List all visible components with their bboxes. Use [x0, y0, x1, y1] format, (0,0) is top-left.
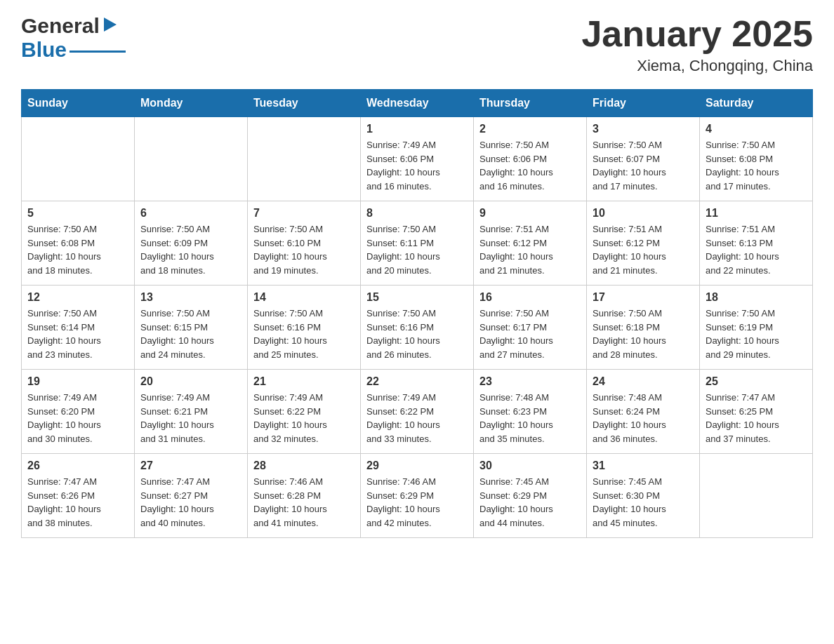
day-info: Sunrise: 7:49 AM Sunset: 6:06 PM Dayligh…	[366, 138, 468, 193]
day-number: 27	[140, 459, 241, 472]
table-row: 29Sunrise: 7:46 AM Sunset: 6:29 PM Dayli…	[361, 454, 474, 538]
day-info: Sunrise: 7:49 AM Sunset: 6:21 PM Dayligh…	[140, 391, 241, 445]
day-number: 23	[479, 375, 581, 388]
day-info: Sunrise: 7:51 AM Sunset: 6:13 PM Dayligh…	[706, 222, 807, 277]
table-row: 10Sunrise: 7:51 AM Sunset: 6:12 PM Dayli…	[587, 201, 700, 286]
day-number: 19	[27, 375, 128, 388]
day-number: 6	[140, 207, 241, 220]
table-row: 25Sunrise: 7:47 AM Sunset: 6:25 PM Dayli…	[700, 370, 813, 454]
day-number: 8	[366, 207, 468, 220]
table-row: 15Sunrise: 7:50 AM Sunset: 6:16 PM Dayli…	[361, 286, 474, 370]
day-number: 28	[253, 459, 355, 472]
logo-blue-text: Blue	[21, 38, 67, 62]
day-number: 13	[140, 291, 241, 304]
day-number: 7	[253, 207, 355, 220]
day-number: 18	[706, 291, 807, 304]
day-info: Sunrise: 7:50 AM Sunset: 6:18 PM Dayligh…	[593, 307, 694, 361]
table-row: 22Sunrise: 7:49 AM Sunset: 6:22 PM Dayli…	[361, 370, 474, 454]
title-block: January 2025 Xiema, Chongqing, China	[581, 14, 813, 75]
day-info: Sunrise: 7:50 AM Sunset: 6:16 PM Dayligh…	[253, 307, 355, 361]
logo-general-text: General	[21, 14, 100, 38]
table-row: 5Sunrise: 7:50 AM Sunset: 6:08 PM Daylig…	[22, 201, 135, 286]
table-row: 20Sunrise: 7:49 AM Sunset: 6:21 PM Dayli…	[135, 370, 248, 454]
day-number: 29	[366, 459, 468, 472]
day-info: Sunrise: 7:50 AM Sunset: 6:11 PM Dayligh…	[366, 222, 468, 277]
day-info: Sunrise: 7:51 AM Sunset: 6:12 PM Dayligh…	[479, 222, 581, 277]
table-row: 12Sunrise: 7:50 AM Sunset: 6:14 PM Dayli…	[22, 286, 135, 370]
col-friday: Friday	[587, 90, 700, 117]
day-info: Sunrise: 7:47 AM Sunset: 6:27 PM Dayligh…	[140, 475, 241, 530]
svg-marker-0	[104, 18, 117, 32]
table-row: 3Sunrise: 7:50 AM Sunset: 6:07 PM Daylig…	[587, 117, 700, 201]
logo-triangle-icon	[104, 18, 117, 34]
day-number: 4	[706, 123, 807, 135]
calendar-week-row: 26Sunrise: 7:47 AM Sunset: 6:26 PM Dayli…	[22, 454, 813, 538]
day-info: Sunrise: 7:50 AM Sunset: 6:16 PM Dayligh…	[366, 307, 468, 361]
table-row	[135, 117, 248, 201]
day-info: Sunrise: 7:48 AM Sunset: 6:23 PM Dayligh…	[479, 391, 581, 445]
day-number: 1	[366, 123, 468, 135]
page-header: General Blue January 2025 Xiema, Chongqi…	[21, 14, 813, 75]
day-number: 22	[366, 375, 468, 388]
day-number: 14	[253, 291, 355, 304]
day-info: Sunrise: 7:50 AM Sunset: 6:08 PM Dayligh…	[27, 222, 128, 277]
calendar-week-row: 19Sunrise: 7:49 AM Sunset: 6:20 PM Dayli…	[22, 370, 813, 454]
day-info: Sunrise: 7:50 AM Sunset: 6:15 PM Dayligh…	[140, 307, 241, 361]
table-row: 27Sunrise: 7:47 AM Sunset: 6:27 PM Dayli…	[135, 454, 248, 538]
table-row: 30Sunrise: 7:45 AM Sunset: 6:29 PM Dayli…	[474, 454, 587, 538]
day-number: 15	[366, 291, 468, 304]
col-sunday: Sunday	[22, 90, 135, 117]
col-wednesday: Wednesday	[361, 90, 474, 117]
calendar-subtitle: Xiema, Chongqing, China	[581, 57, 813, 75]
logo: General Blue	[21, 14, 126, 62]
calendar-week-row: 12Sunrise: 7:50 AM Sunset: 6:14 PM Dayli…	[22, 286, 813, 370]
table-row: 14Sunrise: 7:50 AM Sunset: 6:16 PM Dayli…	[248, 286, 361, 370]
day-info: Sunrise: 7:50 AM Sunset: 6:17 PM Dayligh…	[479, 307, 581, 361]
table-row: 26Sunrise: 7:47 AM Sunset: 6:26 PM Dayli…	[22, 454, 135, 538]
table-row: 31Sunrise: 7:45 AM Sunset: 6:30 PM Dayli…	[587, 454, 700, 538]
col-thursday: Thursday	[474, 90, 587, 117]
table-row: 13Sunrise: 7:50 AM Sunset: 6:15 PM Dayli…	[135, 286, 248, 370]
day-info: Sunrise: 7:48 AM Sunset: 6:24 PM Dayligh…	[593, 391, 694, 445]
col-tuesday: Tuesday	[248, 90, 361, 117]
table-row	[700, 454, 813, 538]
day-info: Sunrise: 7:50 AM Sunset: 6:08 PM Dayligh…	[706, 138, 807, 193]
table-row: 17Sunrise: 7:50 AM Sunset: 6:18 PM Dayli…	[587, 286, 700, 370]
day-info: Sunrise: 7:50 AM Sunset: 6:09 PM Dayligh…	[140, 222, 241, 277]
table-row	[22, 117, 135, 201]
table-row: 18Sunrise: 7:50 AM Sunset: 6:19 PM Dayli…	[700, 286, 813, 370]
table-row: 6Sunrise: 7:50 AM Sunset: 6:09 PM Daylig…	[135, 201, 248, 286]
day-number: 10	[593, 207, 694, 220]
day-number: 2	[479, 123, 581, 135]
table-row: 7Sunrise: 7:50 AM Sunset: 6:10 PM Daylig…	[248, 201, 361, 286]
table-row: 23Sunrise: 7:48 AM Sunset: 6:23 PM Dayli…	[474, 370, 587, 454]
table-row: 4Sunrise: 7:50 AM Sunset: 6:08 PM Daylig…	[700, 117, 813, 201]
col-saturday: Saturday	[700, 90, 813, 117]
table-row: 8Sunrise: 7:50 AM Sunset: 6:11 PM Daylig…	[361, 201, 474, 286]
day-info: Sunrise: 7:47 AM Sunset: 6:26 PM Dayligh…	[27, 475, 128, 530]
day-info: Sunrise: 7:47 AM Sunset: 6:25 PM Dayligh…	[706, 391, 807, 445]
day-number: 31	[593, 459, 694, 472]
header-row: Sunday Monday Tuesday Wednesday Thursday…	[22, 90, 813, 117]
day-info: Sunrise: 7:49 AM Sunset: 6:20 PM Dayligh…	[27, 391, 128, 445]
table-row: 24Sunrise: 7:48 AM Sunset: 6:24 PM Dayli…	[587, 370, 700, 454]
day-info: Sunrise: 7:50 AM Sunset: 6:14 PM Dayligh…	[27, 307, 128, 361]
day-number: 16	[479, 291, 581, 304]
day-number: 3	[593, 123, 694, 135]
calendar-title: January 2025	[581, 14, 813, 54]
table-row	[248, 117, 361, 201]
table-row: 2Sunrise: 7:50 AM Sunset: 6:06 PM Daylig…	[474, 117, 587, 201]
calendar-table: Sunday Monday Tuesday Wednesday Thursday…	[21, 89, 813, 538]
day-info: Sunrise: 7:45 AM Sunset: 6:29 PM Dayligh…	[479, 475, 581, 530]
day-number: 30	[479, 459, 581, 472]
day-info: Sunrise: 7:51 AM Sunset: 6:12 PM Dayligh…	[593, 222, 694, 277]
day-info: Sunrise: 7:49 AM Sunset: 6:22 PM Dayligh…	[366, 391, 468, 445]
calendar-week-row: 5Sunrise: 7:50 AM Sunset: 6:08 PM Daylig…	[22, 201, 813, 286]
day-number: 20	[140, 375, 241, 388]
day-info: Sunrise: 7:50 AM Sunset: 6:07 PM Dayligh…	[593, 138, 694, 193]
day-info: Sunrise: 7:50 AM Sunset: 6:06 PM Dayligh…	[479, 138, 581, 193]
table-row: 19Sunrise: 7:49 AM Sunset: 6:20 PM Dayli…	[22, 370, 135, 454]
day-info: Sunrise: 7:50 AM Sunset: 6:19 PM Dayligh…	[706, 307, 807, 361]
table-row: 1Sunrise: 7:49 AM Sunset: 6:06 PM Daylig…	[361, 117, 474, 201]
day-number: 25	[706, 375, 807, 388]
